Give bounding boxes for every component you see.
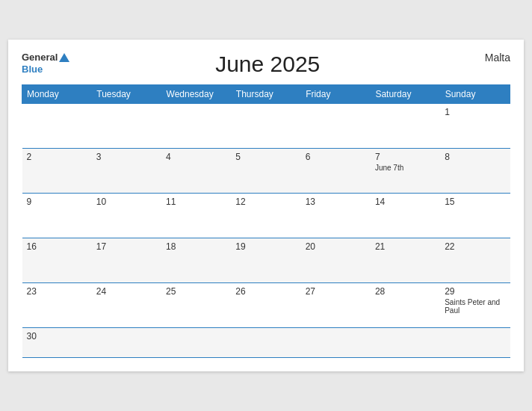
day-number: 19 [235,241,296,252]
calendar-cell [371,328,440,358]
day-number: 22 [445,241,505,252]
calendar-cell [92,328,161,358]
calendar-table: MondayTuesdayWednesdayThursdayFridaySatu… [22,84,510,358]
day-number: 5 [235,152,296,162]
day-number: 20 [306,241,366,252]
day-number: 16 [27,241,87,252]
calendar-row: 23242526272829Saints Peter and Paul [22,283,510,328]
weekday-header: Sunday [440,85,510,104]
weekday-header: Monday [22,85,92,104]
calendar-cell [301,104,371,149]
calendar-cell [301,328,371,358]
calendar-cell: 25 [161,283,231,328]
calendar-cell: 20 [301,238,371,283]
calendar-row: 1 [22,104,510,149]
day-number: 12 [235,197,296,207]
logo-triangle-icon [59,53,69,62]
calendar-cell: 1 [440,104,510,149]
calendar-cell [161,328,231,358]
calendar-cell: 13 [301,194,371,238]
calendar-cell: 9 [22,194,92,238]
day-number: 11 [166,197,226,207]
calendar-cell: 24 [92,283,161,328]
calendar-country: Malta [466,52,510,64]
day-number: 1 [445,107,505,117]
day-number: 2 [27,152,87,162]
weekday-header: Tuesday [92,85,161,104]
day-number: 30 [27,331,87,342]
day-number: 3 [96,152,157,162]
calendar-header: General Blue June 2025 Malta [22,52,510,77]
calendar-row: 30 [22,328,510,358]
calendar-cell: 28 [371,283,440,328]
calendar-cell: 6 [301,149,371,194]
day-number: 18 [166,241,226,252]
calendar-cell [161,104,231,149]
day-number: 4 [166,152,226,162]
calendar-title: June 2025 [69,52,466,77]
calendar-cell [92,104,161,149]
calendar-cell: 19 [231,238,300,283]
day-number: 10 [96,197,157,207]
weekday-header: Wednesday [161,85,231,104]
day-number: 24 [96,286,157,297]
day-number: 7 [375,152,436,162]
calendar-cell: 26 [231,283,300,328]
weekday-header: Saturday [371,85,440,104]
calendar-row: 9101112131415 [22,194,510,238]
day-number: 25 [166,286,226,297]
day-number: 23 [27,286,87,297]
calendar-cell: 23 [22,283,92,328]
day-number: 9 [27,197,87,207]
calendar-cell [22,104,92,149]
day-event: Saints Peter and Paul [445,298,505,315]
calendar-cell: 11 [161,194,231,238]
calendar-cell: 15 [440,194,510,238]
calendar-cell: 5 [231,149,300,194]
calendar-cell: 10 [92,194,161,238]
calendar-cell: 4 [161,149,231,194]
calendar-cell: 29Saints Peter and Paul [440,283,510,328]
calendar-cell: 2 [22,149,92,194]
logo-blue-text: Blue [22,64,69,75]
day-number: 29 [445,286,505,297]
calendar-cell: 3 [92,149,161,194]
day-number: 28 [375,286,436,297]
calendar-cell: 7June 7th [371,149,440,194]
calendar-wrapper: General Blue June 2025 Malta MondayTuesd… [8,40,524,371]
calendar-cell: 14 [371,194,440,238]
day-number: 8 [445,152,505,162]
calendar-cell [371,104,440,149]
calendar-row: 16171819202122 [22,238,510,283]
calendar-cell: 22 [440,238,510,283]
day-number: 27 [306,286,366,297]
calendar-cell: 27 [301,283,371,328]
day-event: June 7th [375,164,436,172]
calendar-cell [231,328,300,358]
day-number: 17 [96,241,157,252]
day-number: 21 [375,241,436,252]
calendar-row: 234567June 7th8 [22,149,510,194]
calendar-cell [440,328,510,358]
weekday-header: Friday [301,85,371,104]
day-number: 15 [445,197,505,207]
calendar-cell: 8 [440,149,510,194]
calendar-cell: 16 [22,238,92,283]
day-number: 26 [235,286,296,297]
day-number: 14 [375,197,436,207]
calendar-cell: 30 [22,328,92,358]
calendar-cell: 12 [231,194,300,238]
calendar-cell [231,104,300,149]
day-number: 13 [306,197,366,207]
calendar-cell: 21 [371,238,440,283]
weekday-header-row: MondayTuesdayWednesdayThursdayFridaySatu… [22,85,510,104]
calendar-cell: 17 [92,238,161,283]
day-number: 6 [306,152,366,162]
weekday-header: Thursday [231,85,300,104]
logo: General Blue [22,52,69,75]
logo-general-text: General [22,52,58,64]
calendar-cell: 18 [161,238,231,283]
